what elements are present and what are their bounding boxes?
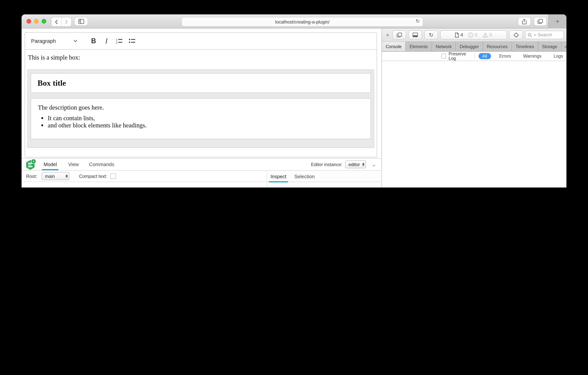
chevron-down-icon — [74, 40, 77, 42]
editor-instance-select[interactable]: editor — [345, 160, 366, 168]
back-button[interactable] — [52, 17, 61, 26]
search-scope-chevron-icon — [534, 34, 536, 36]
editor-instance-control: Editor instance: editor ⌄ — [311, 158, 377, 170]
inspector-header: 5 Model View Commands Editor instance: e… — [21, 158, 381, 171]
filter-errors[interactable]: Errors — [495, 53, 515, 59]
model-tree[interactable]: <$root> <paragraph> [ ] "This is a simpl… — [21, 182, 267, 188]
inspector-tab-bar: Console Elements Network Debugger Resour… — [382, 42, 567, 52]
ckeditor-logo: 5 — [26, 160, 35, 170]
simple-box-widget[interactable]: Box title The description goes here. It … — [27, 69, 374, 148]
console-filter-bar: Preserve Log All Errors Warnings Logs — [382, 52, 567, 61]
share-icon — [522, 19, 527, 24]
tab-commands[interactable]: Commands — [89, 158, 114, 170]
zoom-window-button[interactable] — [42, 19, 46, 23]
root-label: Root: — [26, 174, 37, 179]
page-count: 4 — [455, 32, 463, 38]
minimize-window-button[interactable] — [34, 19, 39, 23]
dock-bottom-button[interactable] — [409, 30, 422, 39]
nav-buttons — [51, 17, 72, 27]
filter-logs[interactable]: Logs — [550, 53, 567, 59]
forward-button[interactable] — [61, 17, 71, 26]
intro-paragraph[interactable]: This is a simple box: — [28, 54, 377, 61]
numbered-list-button[interactable]: 1 2 — [113, 35, 126, 47]
simple-box-description[interactable]: The description goes here. It can contai… — [31, 98, 371, 139]
compact-text-label: Compact text: — [79, 174, 107, 179]
editor-toolbar: Paragraph B I 1 2 — [25, 33, 377, 50]
editor-editable-area[interactable]: This is a simple box: Box title The desc… — [25, 54, 377, 157]
collapse-inspector-icon[interactable]: ⌄ — [371, 160, 377, 168]
preserve-log-label: Preserve Log — [449, 52, 471, 61]
error-octagon-icon — [468, 33, 473, 37]
tab-overview-button[interactable] — [534, 17, 547, 26]
tab-network[interactable]: Network — [432, 42, 456, 51]
select-arrows-icon — [65, 174, 68, 178]
tab-view[interactable]: View — [68, 158, 79, 170]
tab-model[interactable]: Model — [43, 158, 57, 170]
tab-console[interactable]: Console — [382, 42, 406, 51]
element-picker-button[interactable] — [509, 30, 523, 39]
tab-inspect[interactable]: Inspect — [271, 171, 286, 182]
new-tab-button[interactable]: + — [548, 14, 567, 28]
root-select[interactable]: main — [42, 172, 69, 180]
browser-window: localhost/creating-a-plugin/ ↻ + Parag — [21, 14, 567, 188]
model-controls: Root: main Compact text: — [21, 171, 267, 182]
editor-instance-value: editor — [348, 162, 360, 167]
sidebar-toggle-button[interactable] — [74, 17, 88, 26]
numbered-list-icon: 1 2 — [116, 38, 123, 44]
tab-elements[interactable]: Elements — [406, 42, 432, 51]
resource-status-button[interactable]: 4 0 0 — [440, 30, 507, 39]
inspect-placeholder: Select a node in the tree to inspect — [267, 182, 381, 188]
filter-all[interactable]: All — [479, 53, 491, 59]
italic-icon: I — [105, 37, 108, 45]
paragraph-style-dropdown[interactable]: Paragraph — [31, 38, 77, 44]
url-text: localhost/creating-a-plugin/ — [275, 19, 330, 24]
document-icon — [455, 33, 459, 37]
share-button[interactable] — [518, 17, 531, 26]
warning-triangle-icon — [483, 33, 488, 37]
detach-icon — [397, 33, 402, 37]
list-item[interactable]: and other block elements like headings. — [48, 122, 370, 129]
close-window-button[interactable] — [27, 19, 31, 23]
tabs-icon — [538, 19, 543, 24]
tab-debugger[interactable]: Debugger — [456, 42, 483, 51]
tab-timelines[interactable]: Timelines — [512, 42, 538, 51]
list-item[interactable]: It can contain lists, — [48, 115, 370, 122]
bold-button[interactable]: B — [87, 35, 100, 47]
bulleted-list-button[interactable] — [126, 35, 139, 47]
crosshair-icon — [513, 32, 519, 38]
inspector-search-field[interactable]: Search — [525, 31, 564, 39]
simple-box-title[interactable]: Box title — [31, 73, 371, 93]
back-icon — [55, 20, 58, 24]
detach-inspector-button[interactable] — [392, 30, 406, 39]
warning-count: 0 — [483, 32, 492, 38]
tab-selection[interactable]: Selection — [294, 171, 315, 182]
italic-button[interactable]: I — [100, 35, 113, 47]
search-placeholder: Search — [538, 32, 552, 38]
tab-resources[interactable]: Resources — [483, 42, 512, 51]
dock-bottom-icon — [413, 33, 418, 37]
screen: localhost/creating-a-plugin/ ↻ + Parag — [0, 0, 588, 188]
reload-icon[interactable]: ↻ — [416, 18, 420, 24]
tree-line[interactable]: <$root> — [27, 187, 267, 188]
more-tabs-button[interactable]: » — [561, 42, 567, 51]
filter-warnings[interactable]: Warnings — [519, 53, 545, 59]
svg-text:1: 1 — [116, 38, 117, 41]
preserve-log-checkbox[interactable] — [441, 54, 446, 59]
root-value: main — [45, 174, 55, 179]
console-messages: Console cleared at 2:02:58 PM finit — si… — [382, 61, 567, 188]
tab-storage[interactable]: Storage — [538, 42, 561, 51]
search-icon — [528, 33, 532, 37]
detail-tabs: Inspect Selection — [267, 171, 381, 182]
ckeditor-inspector: 5 Model View Commands Editor instance: e… — [21, 158, 381, 188]
reload-page-button[interactable]: ↻ — [424, 30, 438, 39]
reload-icon: ↻ — [429, 32, 433, 38]
address-bar[interactable]: localhost/creating-a-plugin/ ↻ — [181, 17, 423, 27]
compact-text-checkbox[interactable] — [110, 173, 116, 179]
sidebar-icon — [78, 19, 84, 24]
select-arrows-icon — [362, 163, 365, 166]
paragraph-style-label: Paragraph — [31, 38, 56, 44]
close-inspector-button[interactable]: × — [385, 32, 390, 38]
ckeditor: Paragraph B I 1 2 — [25, 32, 377, 157]
divider — [474, 53, 475, 59]
description-text[interactable]: The description goes here. — [38, 104, 370, 111]
